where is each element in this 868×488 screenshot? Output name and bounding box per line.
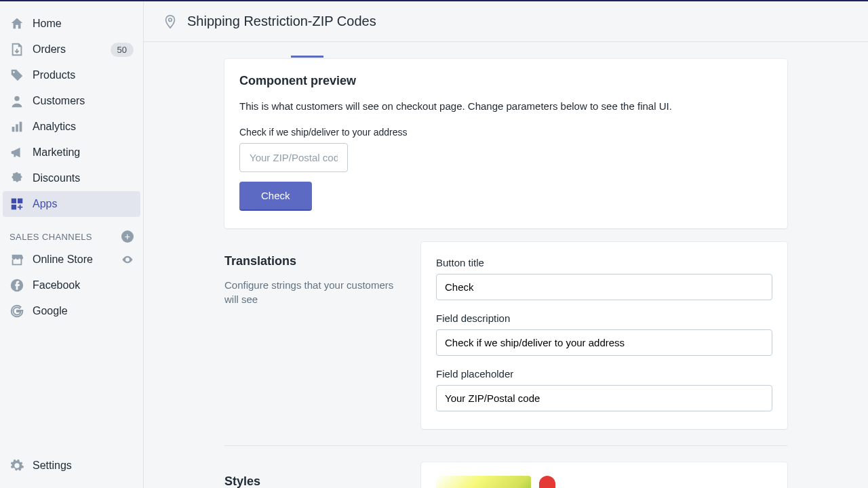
zip-input[interactable] [239, 143, 348, 172]
google-icon [9, 304, 24, 319]
translations-section: Translations Configure strings that your… [224, 242, 787, 429]
translations-heading: Translations [224, 254, 408, 268]
sidebar-item-home[interactable]: Home [0, 11, 143, 37]
channels-list: Online Store Facebook Google [0, 247, 143, 324]
translations-subtext: Configure strings that your customers wi… [224, 278, 408, 306]
app-location-icon [163, 14, 178, 29]
sidebar-item-products[interactable]: Products [0, 62, 143, 88]
color-chip[interactable] [539, 476, 555, 488]
sidebar-item-apps[interactable]: Apps [3, 191, 140, 217]
check-button[interactable]: Check [239, 182, 312, 211]
preview-heading: Component preview [239, 74, 772, 88]
preview-field-desc: Check if we ship/deliver to your address [239, 127, 772, 138]
svg-rect-5 [12, 199, 16, 203]
sidebar-item-analytics[interactable]: Analytics [0, 114, 143, 140]
sidebar-item-customers[interactable]: Customers [0, 88, 143, 114]
content[interactable]: Component preview This is what customers… [144, 42, 868, 488]
tab-indicator [291, 56, 323, 58]
svg-point-0 [13, 71, 15, 73]
orders-icon [9, 42, 24, 57]
sidebar-item-label: Analytics [33, 121, 134, 133]
orders-badge: 50 [111, 43, 134, 57]
button-title-input[interactable] [436, 274, 772, 300]
button-title-label: Button title [436, 257, 772, 268]
sidebar-item-settings[interactable]: Settings [0, 453, 143, 479]
divider [224, 445, 787, 446]
channel-label: Online Store [33, 253, 121, 266]
tag-icon [9, 68, 24, 83]
svg-rect-4 [20, 122, 22, 132]
store-icon [9, 252, 24, 267]
translations-card: Button title Field description Field pla… [421, 242, 787, 429]
sidebar-item-label: Products [33, 69, 134, 81]
sidebar-item-label: Customers [33, 95, 134, 107]
channel-label: Google [33, 305, 134, 317]
styles-heading: Styles [224, 474, 408, 488]
sidebar: Home Orders 50 Products Customers Analyt… [0, 1, 144, 488]
person-icon [9, 94, 24, 108]
preview-card: Component preview This is what customers… [224, 59, 787, 228]
sidebar-item-label: Marketing [33, 146, 134, 159]
gradient-swatch[interactable] [436, 476, 531, 488]
svg-point-10 [169, 18, 172, 21]
field-desc-label: Field description [436, 312, 772, 324]
channel-label: Facebook [33, 279, 134, 291]
sidebar-item-orders[interactable]: Orders 50 [0, 37, 143, 62]
sidebar-item-label: Discounts [33, 172, 134, 184]
analytics-icon [9, 119, 24, 134]
sidebar-item-label: Orders [33, 43, 111, 56]
styles-section: Styles [224, 462, 787, 488]
settings-label: Settings [33, 460, 134, 472]
sidebar-item-label: Apps [33, 198, 134, 210]
field-placeholder-input[interactable] [436, 385, 772, 411]
channel-facebook[interactable]: Facebook [0, 272, 143, 298]
sidebar-item-discounts[interactable]: Discounts [0, 165, 143, 191]
sidebar-item-marketing[interactable]: Marketing [0, 140, 143, 165]
view-store-icon[interactable] [121, 253, 134, 266]
discount-icon [9, 171, 24, 186]
svg-point-8 [127, 259, 129, 261]
sales-channels-label: SALES CHANNELS [9, 232, 92, 242]
sidebar-item-label: Home [33, 18, 134, 30]
page-title: Shipping Restriction-ZIP Codes [187, 14, 376, 29]
topbar: Shipping Restriction-ZIP Codes [144, 1, 868, 42]
channel-online-store[interactable]: Online Store [0, 247, 143, 272]
home-icon [9, 16, 24, 31]
svg-rect-3 [16, 124, 18, 131]
channel-google[interactable]: Google [0, 298, 143, 324]
facebook-icon [9, 278, 24, 293]
svg-rect-6 [18, 199, 22, 203]
styles-card [421, 462, 787, 488]
preview-description: This is what customers will see on check… [239, 100, 772, 112]
add-channel-icon[interactable]: + [121, 230, 134, 243]
main: Shipping Restriction-ZIP Codes Component… [144, 1, 868, 488]
gear-icon [9, 458, 24, 473]
field-placeholder-label: Field placeholder [436, 368, 772, 380]
apps-icon [9, 197, 24, 211]
megaphone-icon [9, 145, 24, 160]
svg-point-1 [14, 96, 19, 101]
nav-list: Home Orders 50 Products Customers Analyt… [0, 11, 143, 217]
field-desc-input[interactable] [436, 329, 772, 356]
svg-rect-7 [12, 205, 16, 209]
svg-rect-2 [12, 127, 15, 131]
sales-channels-header: SALES CHANNELS + [0, 217, 143, 247]
